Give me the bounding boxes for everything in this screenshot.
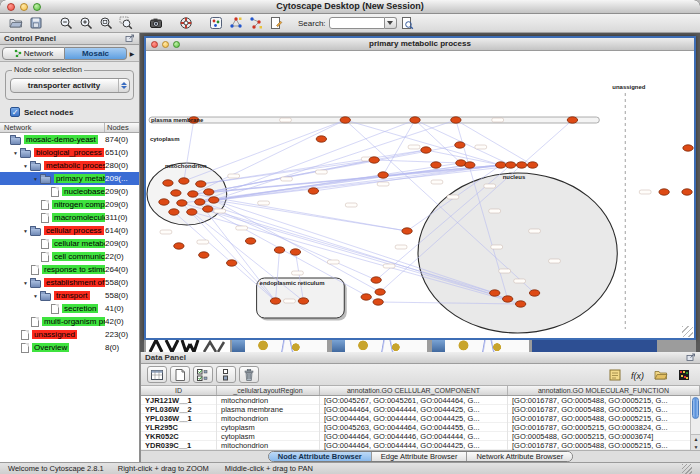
tree-row[interactable]: nucleobase-209(0) [0, 185, 139, 198]
zoom-selected-button[interactable] [116, 15, 136, 32]
page-icon [41, 200, 49, 210]
attribute-select-button[interactable] [147, 366, 167, 383]
tree-column-nodes[interactable]: Nodes [105, 123, 139, 132]
tree-row[interactable]: ▼transport558(0) [0, 289, 139, 302]
control-panel-title: Control Panel [4, 34, 56, 43]
attribute-batch-select-button[interactable] [193, 366, 213, 383]
column-go-molecular-function[interactable]: annotation.GO MOLECULAR_FUNCTION [508, 386, 700, 395]
network-window[interactable]: primary metabolic process plasma membran… [144, 36, 696, 340]
tab-network-attribute-browser[interactable]: Network Attribute Browser [467, 452, 572, 461]
tree-column-network[interactable]: Network [0, 123, 105, 132]
zoom-in-button[interactable] [76, 15, 96, 32]
tree-row[interactable]: ▼metabolic process280(0) [0, 159, 139, 172]
data-panel-float-button[interactable] [686, 353, 696, 362]
checkbox-pair-icon [219, 368, 233, 382]
tree-row[interactable]: cell communicat22(0) [0, 250, 139, 263]
annotation-button[interactable] [266, 15, 286, 32]
tab-network[interactable]: Network [2, 47, 65, 60]
control-panel: Control Panel Network Mosaic ▶ Node colo… [0, 33, 140, 462]
background-windows-strip [144, 340, 696, 352]
page-icon [51, 187, 59, 197]
background-window-titlebar[interactable] [432, 340, 445, 352]
network-canvas[interactable]: plasma membranecytoplasmmitochondrionnuc… [146, 51, 694, 338]
resize-grip-icon[interactable] [682, 464, 692, 474]
background-window-preview[interactable] [445, 340, 529, 352]
search-options-button[interactable] [385, 17, 397, 29]
function-builder-button[interactable]: f(x) [628, 366, 648, 383]
tree-row[interactable]: macromolecule311(0) [0, 211, 139, 224]
window-titlebar[interactable]: Cytoscape Desktop (New Session) [0, 0, 700, 14]
layout-ring-button[interactable] [226, 15, 246, 32]
snapshot-button[interactable] [146, 15, 166, 32]
column-cellular-layout-region[interactable]: _cellularLayoutRegion [217, 386, 320, 395]
select-nodes-checkbox[interactable]: ✓ [10, 107, 20, 117]
search-label: Search: [298, 19, 326, 28]
zoom-fit-button[interactable] [96, 15, 116, 32]
page-icon [51, 304, 59, 314]
background-window-preview[interactable] [345, 340, 427, 352]
tree-row[interactable]: response to stimul264(0) [0, 263, 139, 276]
pan-hint: Middle-click + drag to PAN [225, 464, 313, 473]
clipped-window-fragment[interactable] [146, 340, 230, 352]
tree-row[interactable]: secretion41(0) [0, 302, 139, 315]
zoom-out-button[interactable] [56, 15, 76, 32]
new-attribute-button[interactable] [170, 366, 190, 383]
save-session-button[interactable] [26, 15, 46, 32]
window-resize-grip[interactable] [682, 326, 693, 337]
tree-row[interactable]: Overview8(0) [0, 341, 139, 354]
tree-row[interactable]: ▼biological_process651(0) [0, 146, 139, 159]
network-window-titlebar[interactable]: primary metabolic process [146, 38, 694, 51]
float-panel-button[interactable] [125, 34, 135, 43]
function-icon: f(x) [630, 368, 646, 382]
tab-mosaic[interactable]: Mosaic [65, 47, 127, 60]
lifebuoy-icon [179, 16, 193, 30]
annotation-icon [269, 16, 283, 30]
background-window-titlebar[interactable] [332, 340, 345, 352]
background-window-titlebar[interactable] [232, 340, 245, 352]
status-message: Welcome to Cytoscape 2.8.1 [8, 464, 104, 473]
svg-text:endoplasmic reticulum: endoplasmic reticulum [260, 280, 325, 286]
vizmapper-button[interactable] [206, 15, 226, 32]
open-session-button[interactable] [6, 15, 26, 32]
scroll-up-icon[interactable]: ▲ [694, 436, 699, 442]
delete-attribute-button[interactable] [239, 366, 259, 383]
scrollbar-thumb[interactable] [692, 397, 699, 419]
tree-row[interactable]: cellular metabo209(0) [0, 237, 139, 250]
layout-organic-button[interactable] [246, 15, 266, 32]
attribute-table-icon [150, 368, 164, 382]
enhanced-search-button[interactable] [397, 15, 417, 32]
report-button[interactable] [605, 366, 625, 383]
background-window-border[interactable] [532, 340, 657, 352]
tree-row[interactable]: multi-organism pro42(0) [0, 315, 139, 328]
svg-text:nucleus: nucleus [503, 174, 526, 180]
network-window-title: primary metabolic process [146, 39, 694, 48]
folder-icon [30, 163, 41, 171]
table-scrollbar[interactable]: ▲▼ [690, 396, 700, 450]
tab-node-attribute-browser[interactable]: Node Attribute Browser [269, 452, 372, 461]
column-id[interactable]: ID [141, 386, 217, 395]
import-attributes-button[interactable] [651, 366, 671, 383]
tree-row[interactable]: ▼primary metabol209(... [0, 172, 139, 185]
tab-edge-attribute-browser[interactable]: Edge Attribute Browser [372, 452, 468, 461]
tree-row[interactable]: ▼establishment of lo558(0) [0, 276, 139, 289]
attribute-unselect-button[interactable] [216, 366, 236, 383]
float-window-icon [125, 34, 135, 43]
desktop-area: primary metabolic process plasma membran… [140, 33, 700, 352]
matrix-icon [677, 368, 691, 382]
window-title: Cytoscape Desktop (New Session) [0, 1, 700, 11]
column-go-cellular-component[interactable]: annotation.GO CELLULAR_COMPONENT [320, 386, 508, 395]
node-color-dropdown[interactable]: transporter activity [10, 78, 130, 93]
background-window-preview[interactable] [245, 340, 327, 352]
search-input[interactable] [329, 17, 385, 29]
help-button[interactable] [176, 15, 196, 32]
open-icon [9, 16, 23, 30]
tree-row[interactable]: ▼cellular process614(0) [0, 224, 139, 237]
tree-row[interactable]: unassigned223(0) [0, 328, 139, 341]
tab-overflow-arrow[interactable]: ▶ [127, 50, 137, 57]
scrollbar-arrows[interactable]: ▲▼ [691, 434, 700, 450]
tree-row[interactable]: nitrogen compo209(0) [0, 198, 139, 211]
tree-row[interactable]: mosaic-demo-yeast874(0) [0, 133, 139, 146]
scroll-down-icon[interactable]: ▼ [694, 444, 699, 450]
attribute-matrix-button[interactable] [674, 366, 694, 383]
table-row[interactable]: YDR039C__1mitochondrion[GO:0044464, GO:0… [141, 441, 690, 450]
